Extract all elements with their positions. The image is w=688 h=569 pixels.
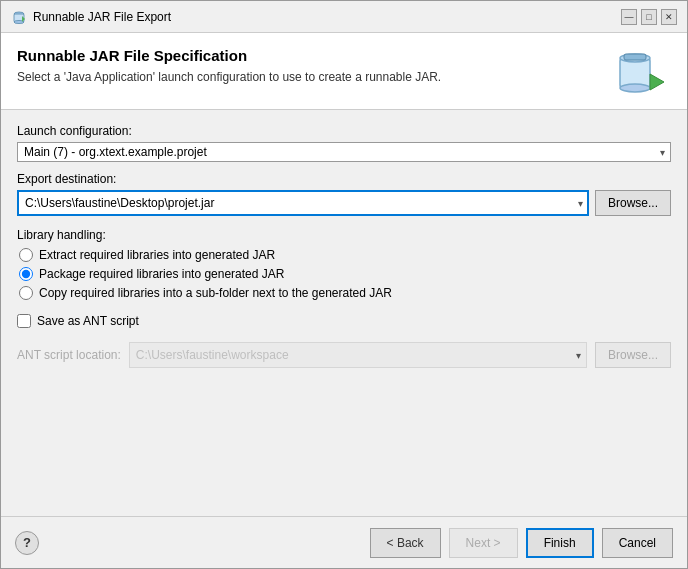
save-ant-label: Save as ANT script <box>37 314 139 328</box>
ant-location-label: ANT script location: <box>17 348 121 362</box>
ant-browse-button: Browse... <box>595 342 671 368</box>
cancel-button[interactable]: Cancel <box>602 528 673 558</box>
form-section: Launch configuration: Main (7) - org.xte… <box>1 110 687 516</box>
save-ant-checkbox[interactable] <box>17 314 31 328</box>
svg-point-6 <box>620 84 650 92</box>
svg-rect-7 <box>624 54 646 60</box>
library-handling-label: Library handling: <box>17 228 671 242</box>
minimize-button[interactable]: — <box>621 9 637 25</box>
radio-extract[interactable]: Extract required libraries into generate… <box>19 248 671 262</box>
maximize-button[interactable]: □ <box>641 9 657 25</box>
page-subtitle: Select a 'Java Application' launch confi… <box>17 70 611 84</box>
launch-config-group: Launch configuration: Main (7) - org.xte… <box>17 124 671 162</box>
jar-title-icon <box>11 9 27 25</box>
save-ant-row: Save as ANT script <box>17 314 671 328</box>
radio-copy[interactable]: Copy required libraries into a sub-folde… <box>19 286 671 300</box>
library-handling-section: Library handling: Extract required libra… <box>17 228 671 300</box>
jar-export-icon <box>612 46 670 98</box>
radio-package-label: Package required libraries into generate… <box>39 267 284 281</box>
launch-config-combo[interactable]: Main (7) - org.xtext.example.projet <box>17 142 671 162</box>
ant-location-select: C:\Users\faustine\workspace <box>129 342 587 368</box>
radio-extract-input[interactable] <box>19 248 33 262</box>
footer-section: ? < Back Next > Finish Cancel <box>1 516 687 568</box>
export-destination-input[interactable] <box>17 190 589 216</box>
export-destination-input-wrapper <box>17 190 589 216</box>
radio-extract-label: Extract required libraries into generate… <box>39 248 275 262</box>
export-destination-group: Export destination: Browse... <box>17 172 671 216</box>
footer-left: ? <box>15 531 39 555</box>
header-text-block: Runnable JAR File Specification Select a… <box>17 47 611 84</box>
back-button[interactable]: < Back <box>370 528 441 558</box>
close-button[interactable]: ✕ <box>661 9 677 25</box>
export-destination-row: Browse... <box>17 190 671 216</box>
title-bar-left: Runnable JAR File Export <box>11 9 171 25</box>
title-bar: Runnable JAR File Export — □ ✕ <box>1 1 687 33</box>
export-browse-button[interactable]: Browse... <box>595 190 671 216</box>
finish-button[interactable]: Finish <box>526 528 594 558</box>
footer-right: < Back Next > Finish Cancel <box>370 528 673 558</box>
help-button[interactable]: ? <box>15 531 39 555</box>
library-handling-radio-group: Extract required libraries into generate… <box>17 248 671 300</box>
header-section: Runnable JAR File Specification Select a… <box>1 33 687 110</box>
ant-location-combo: C:\Users\faustine\workspace <box>129 342 587 368</box>
radio-package-input[interactable] <box>19 267 33 281</box>
next-button: Next > <box>449 528 518 558</box>
content-area: Runnable JAR File Specification Select a… <box>1 33 687 516</box>
title-bar-text: Runnable JAR File Export <box>33 10 171 24</box>
radio-package[interactable]: Package required libraries into generate… <box>19 267 671 281</box>
radio-copy-input[interactable] <box>19 286 33 300</box>
radio-copy-label: Copy required libraries into a sub-folde… <box>39 286 392 300</box>
export-destination-label: Export destination: <box>17 172 671 186</box>
page-title: Runnable JAR File Specification <box>17 47 611 64</box>
launch-config-label: Launch configuration: <box>17 124 671 138</box>
svg-marker-8 <box>650 74 664 90</box>
dialog-window: Runnable JAR File Export — □ ✕ Runnable … <box>0 0 688 569</box>
title-bar-buttons: — □ ✕ <box>621 9 677 25</box>
launch-config-select[interactable]: Main (7) - org.xtext.example.projet <box>17 142 671 162</box>
ant-location-row: ANT script location: C:\Users\faustine\w… <box>17 342 671 368</box>
header-icon-area <box>611 47 671 97</box>
